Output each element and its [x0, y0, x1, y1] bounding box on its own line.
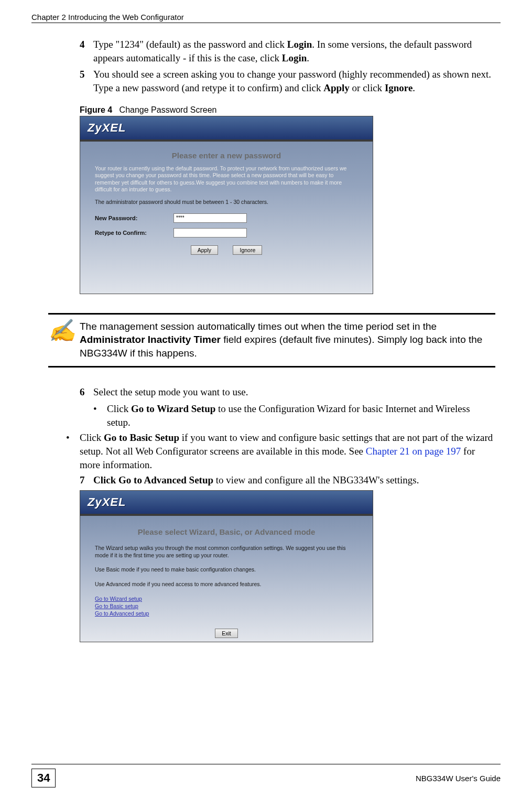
step-6-bullet-b: • Click Go to Basic Setup if you want to… — [66, 431, 495, 471]
shot2-body: Please select Wizard, Basic, or Advanced… — [80, 516, 373, 642]
shot2-para3: Use Advanced mode if you need access to … — [95, 581, 358, 588]
step-7: 7 Click Go to Advanced Setup to view and… — [80, 473, 495, 487]
shot2-para2: Use Basic mode if you need to make basic… — [95, 566, 358, 574]
guide-name: NBG334W User's Guide — [416, 774, 501, 783]
step-5-number: 5 — [80, 68, 93, 94]
shot1-body: Please enter a new password Your router … — [80, 142, 373, 294]
bullet-dot-icon: • — [93, 402, 107, 429]
apply-button[interactable]: Apply — [191, 245, 218, 255]
step-5-text: You should see a screen asking you to ch… — [93, 68, 495, 94]
bullet-b-bold: Go to Basic Setup — [104, 432, 179, 443]
step-4-text: Type "1234" (default) as the password an… — [93, 38, 495, 64]
step-6-number: 6 — [80, 385, 93, 399]
shot1-banner: ZyXEL — [80, 116, 373, 142]
step-6-bullet-b-text: Click Go to Basic Setup if you want to v… — [80, 431, 495, 471]
note-bottom-rule — [48, 366, 495, 368]
shot2-para1: The Wizard setup walks you through the m… — [95, 545, 358, 559]
new-password-input[interactable] — [173, 213, 247, 223]
note-icon: ✍ — [48, 320, 80, 342]
step-6: 6 Select the setup mode you want to use. — [80, 385, 495, 399]
retype-label: Retype to Confirm: — [95, 230, 173, 236]
go-to-advanced-link[interactable]: Go to Advanced setup — [95, 610, 358, 617]
steps-block-a: 4 Type "1234" (default) as the password … — [80, 38, 495, 294]
shot2-banner: ZyXEL — [80, 491, 373, 516]
step-6-bullet-a: • Click Go to Wizard Setup to use the Co… — [93, 402, 495, 429]
shot2-buttons: Exit — [95, 628, 358, 638]
step-6-text: Select the setup mode you want to use. — [93, 385, 495, 399]
shot1-para1: Your router is currently using the defau… — [95, 165, 358, 194]
mode-select-screenshot: ZyXEL Please select Wizard, Basic, or Ad… — [80, 490, 373, 642]
step-7-number: 7 — [80, 473, 93, 487]
step-4: 4 Type "1234" (default) as the password … — [80, 38, 495, 64]
note-text: The management session automatically tim… — [80, 320, 495, 360]
page-footer: 34 NBG334W User's Guide — [31, 764, 501, 787]
step-7-text: Click Go to Advanced Setup to view and c… — [93, 473, 495, 487]
go-to-wizard-link[interactable]: Go to Wizard setup — [95, 596, 358, 602]
shot1-buttons: Apply Ignore — [95, 245, 358, 255]
shot2-links: Go to Wizard setup Go to Basic setup Go … — [95, 596, 358, 617]
retype-row: Retype to Confirm: — [95, 228, 358, 237]
figure-4-label: Figure 4 — [80, 105, 112, 114]
new-password-label: New Password: — [95, 215, 173, 221]
zyxel-logo: ZyXEL — [88, 121, 126, 135]
page-number: 34 — [31, 769, 56, 787]
exit-button[interactable]: Exit — [215, 629, 238, 638]
figure-4-caption: Figure 4 Change Password Screen — [80, 105, 495, 115]
figure-4-screenshot: ZyXEL Please enter a new password Your r… — [80, 116, 373, 294]
note-box: ✍ The management session automatically t… — [48, 313, 495, 368]
chapter-21-link[interactable]: Chapter 21 on page 197 — [366, 446, 461, 457]
figure-4-title: Change Password Screen — [120, 105, 217, 114]
step-5: 5 You should see a screen asking you to … — [80, 68, 495, 94]
footer-rule — [31, 764, 501, 764]
go-to-basic-link[interactable]: Go to Basic setup — [95, 603, 358, 609]
step-4-number: 4 — [80, 38, 93, 64]
ignore-button[interactable]: Ignore — [233, 245, 262, 255]
step-6-bullet-a-text: Click Go to Wizard Setup to use the Conf… — [107, 402, 495, 429]
zyxel-logo: ZyXEL — [88, 495, 126, 509]
shot2-title: Please select Wizard, Basic, or Advanced… — [95, 527, 358, 536]
bullet-dot-icon: • — [66, 431, 80, 471]
retype-input[interactable] — [173, 228, 247, 237]
running-header: Chapter 2 Introducing the Web Configurat… — [31, 13, 501, 21]
step-6-sublist: • Click Go to Wizard Setup to use the Co… — [93, 402, 495, 429]
header-rule — [31, 23, 501, 23]
shot1-title: Please enter a new password — [95, 151, 358, 160]
shot1-para2: The administrator password should must b… — [95, 199, 358, 206]
steps-block-b: 6 Select the setup mode you want to use.… — [80, 385, 495, 642]
new-password-row: New Password: — [95, 213, 358, 223]
bullet-b-prefix: Click — [80, 432, 104, 443]
